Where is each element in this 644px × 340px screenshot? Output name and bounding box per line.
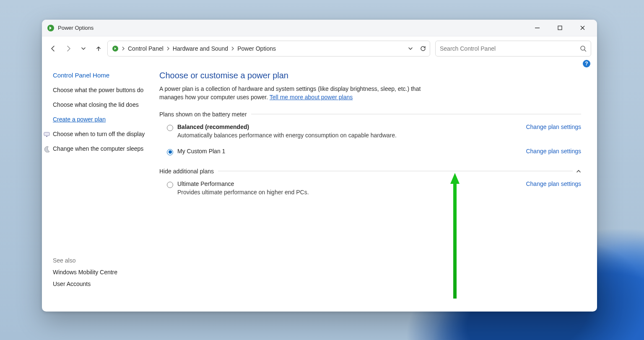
svg-rect-6: [46, 136, 47, 137]
window-controls: [526, 20, 594, 36]
plan-radio-balanced[interactable]: [167, 125, 173, 131]
toolbar: Control Panel Hardware and Sound Power O…: [42, 36, 597, 62]
see-also-mobility-centre[interactable]: Windows Mobility Centre: [53, 269, 152, 276]
svg-rect-1: [535, 28, 540, 28]
chevron-right-icon: [231, 46, 235, 51]
nav-arrows: [49, 45, 102, 52]
search-box[interactable]: [435, 41, 591, 57]
change-plan-settings-ultimate[interactable]: Change plan settings: [526, 180, 581, 187]
control-panel-window: Power Options: [42, 20, 597, 312]
nav-closing-lid[interactable]: Choose what closing the lid does: [53, 101, 152, 109]
power-options-icon: [47, 24, 55, 32]
plans-shown-header: Plans shown on the battery meter: [159, 111, 581, 118]
titlebar: Power Options: [42, 20, 597, 36]
close-button[interactable]: [571, 20, 594, 36]
breadcrumb-hardware-and-sound[interactable]: Hardware and Sound: [173, 45, 228, 52]
search-input[interactable]: [440, 45, 580, 52]
main-content: Choose or customise a power plan A power…: [156, 62, 588, 305]
learn-more-link[interactable]: Tell me more about power plans: [270, 94, 353, 100]
plan-my-custom-1: My Custom Plan 1 Change plan settings: [159, 148, 581, 155]
plan-balanced: Balanced (recommended) Automatically bal…: [159, 124, 581, 139]
change-plan-settings-balanced[interactable]: Change plan settings: [526, 124, 581, 130]
help-icon[interactable]: ?: [583, 60, 590, 67]
minimize-button[interactable]: [526, 20, 548, 36]
maximize-button[interactable]: [548, 20, 571, 36]
nav-power-buttons[interactable]: Choose what the power buttons do: [53, 86, 152, 94]
forward-button[interactable]: [65, 45, 72, 52]
hide-additional-plans-header[interactable]: Hide additional plans: [159, 168, 581, 175]
display-icon: [44, 131, 50, 138]
control-panel-home-link[interactable]: Control Panel Home: [53, 72, 152, 79]
svg-rect-5: [44, 132, 49, 136]
up-button[interactable]: [95, 45, 102, 52]
left-nav: Control Panel Home Choose what the power…: [51, 62, 156, 305]
plan-subtitle: Automatically balances performance with …: [177, 132, 526, 139]
refresh-button[interactable]: [420, 45, 426, 52]
nav-turn-off-display[interactable]: Choose when to turn off the display: [53, 130, 152, 138]
window-title: Power Options: [58, 25, 93, 31]
search-icon: [580, 45, 587, 52]
moon-icon: [44, 146, 50, 152]
nav-computer-sleeps[interactable]: Change when the computer sleeps: [53, 145, 152, 153]
recent-locations-button[interactable]: [80, 45, 87, 52]
section-label: Plans shown on the battery meter: [159, 111, 247, 118]
plan-title[interactable]: My Custom Plan 1: [177, 148, 526, 155]
nav-item-label: Choose when to turn off the display: [53, 131, 145, 137]
chevron-right-icon: [121, 46, 125, 51]
power-options-icon: [112, 45, 119, 52]
svg-rect-2: [558, 26, 562, 30]
change-plan-settings-my-custom-1[interactable]: Change plan settings: [526, 148, 581, 155]
page-description: A power plan is a collection of hardware…: [159, 85, 428, 102]
breadcrumb-power-options[interactable]: Power Options: [237, 45, 276, 52]
breadcrumb-control-panel[interactable]: Control Panel: [128, 45, 164, 52]
section-label: Hide additional plans: [159, 168, 214, 175]
chevron-up-icon: [576, 169, 581, 174]
address-dropdown-icon[interactable]: [408, 46, 413, 51]
see-also-heading: See also: [53, 257, 152, 264]
nav-create-power-plan[interactable]: Create a power plan: [53, 116, 152, 124]
page-heading: Choose or customise a power plan: [159, 71, 581, 80]
plan-ultimate-performance: Ultimate Performance Provides ultimate p…: [159, 180, 581, 196]
back-button[interactable]: [49, 45, 57, 52]
plan-subtitle: Provides ultimate performance on higher …: [177, 189, 526, 196]
address-bar[interactable]: Control Panel Hardware and Sound Power O…: [107, 41, 430, 57]
nav-item-label: Change when the computer sleeps: [53, 145, 143, 152]
see-also-user-accounts[interactable]: User Accounts: [53, 281, 152, 287]
plan-title[interactable]: Ultimate Performance: [177, 180, 526, 187]
plan-radio-my-custom-1[interactable]: [167, 149, 173, 155]
plan-title[interactable]: Balanced (recommended): [177, 124, 526, 130]
plan-radio-ultimate[interactable]: [167, 182, 173, 188]
chevron-right-icon: [166, 46, 170, 51]
